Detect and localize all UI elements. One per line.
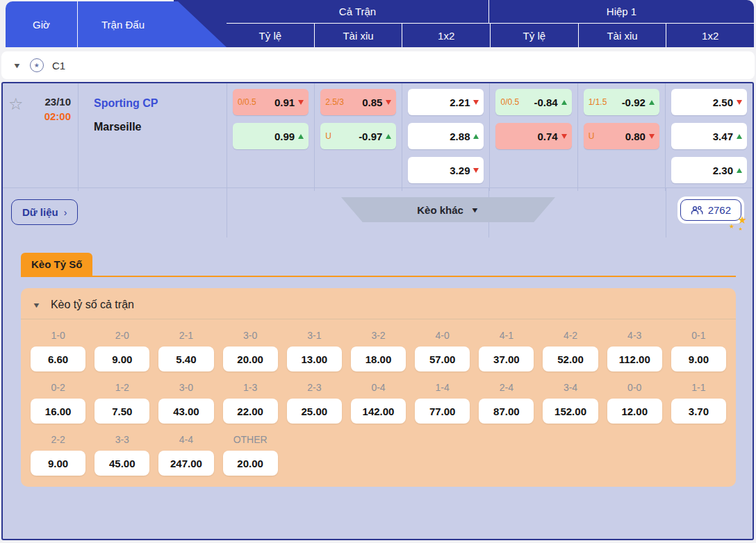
col-header-h1-1x2: 1x2 bbox=[666, 24, 754, 47]
score-label: 3-3 bbox=[94, 434, 149, 445]
h1-1x2-away-odds[interactable]: 2.30 bbox=[671, 157, 747, 183]
h1-handicap-home-odds[interactable]: 0/0.5 -0.84 bbox=[495, 89, 571, 115]
more-odds-button[interactable]: Kèo khác ▼︎ bbox=[341, 197, 555, 222]
chevron-down-icon: ▼︎ bbox=[470, 206, 479, 214]
trend-up-icon bbox=[737, 134, 742, 139]
people-icon bbox=[691, 206, 703, 215]
trend-up-icon bbox=[298, 134, 304, 139]
score-odds-button[interactable]: 45.00 bbox=[94, 451, 149, 476]
score-label: 1-1 bbox=[671, 382, 726, 393]
score-odds-button[interactable]: 12.00 bbox=[607, 399, 662, 424]
score-odds-button[interactable]: 142.00 bbox=[351, 399, 406, 424]
score-label: 3-0 bbox=[223, 330, 278, 341]
data-button[interactable]: Dữ liệu › bbox=[11, 199, 78, 225]
score-odds-button[interactable]: 5.40 bbox=[158, 346, 213, 371]
score-label-row: 0-2 1-2 3-0 1-3 2-3 0-4 1-4 2-4 3-4 0-0 … bbox=[21, 371, 736, 393]
total-line-label: U bbox=[325, 131, 331, 141]
h1-1x2-home-odds[interactable]: 2.50 bbox=[671, 89, 747, 115]
score-label: 2-2 bbox=[31, 434, 85, 445]
handicap-line-label: 0/0.5 bbox=[500, 97, 519, 107]
correct-score-title: Kèo tỷ số cả trận bbox=[51, 299, 134, 311]
odds-value: 2.50 bbox=[676, 97, 737, 108]
trend-down-icon bbox=[649, 134, 655, 139]
score-label: 1-0 bbox=[31, 330, 85, 341]
score-tabs-bar: Kèo Tỷ Số bbox=[21, 253, 736, 277]
trend-down-icon bbox=[473, 100, 479, 105]
league-row[interactable]: ▼︎ ★ C1 bbox=[1, 51, 755, 79]
column-group-first-half: Hiệp 1 bbox=[488, 0, 754, 23]
score-label: 3-2 bbox=[351, 330, 406, 341]
correct-score-panel: ▼︎ Kèo tỷ số cả trận 1-0 2-0 2-1 3-0 3-1… bbox=[21, 288, 736, 487]
score-odds-button[interactable]: 43.00 bbox=[158, 399, 213, 424]
score-label: 1-2 bbox=[94, 382, 149, 393]
match-panel: ☆ 23/10 02:00 Sporting CP Marseille 0/0.… bbox=[1, 82, 754, 540]
sparkle-star-icon: ★ bbox=[729, 223, 734, 230]
total-line-label: 1/1.5 bbox=[589, 97, 607, 107]
match-date: 23/10 bbox=[28, 96, 71, 108]
score-label-row: 1-0 2-0 2-1 3-0 3-1 3-2 4-0 4-1 4-2 4-3 … bbox=[21, 319, 736, 341]
trend-down-icon bbox=[473, 168, 479, 173]
score-odds-button[interactable]: 6.60 bbox=[31, 346, 85, 371]
divider bbox=[666, 188, 666, 237]
ft-under-odds[interactable]: U -0.97 bbox=[320, 123, 396, 149]
score-odds-row: 6.60 9.00 5.40 20.00 13.00 18.00 57.00 3… bbox=[21, 341, 736, 371]
score-odds-button[interactable]: 87.00 bbox=[479, 399, 534, 424]
match-row: ☆ 23/10 02:00 Sporting CP Marseille 0/0.… bbox=[3, 83, 753, 187]
score-odds-button[interactable]: 16.00 bbox=[31, 399, 85, 424]
score-label: 2-3 bbox=[287, 382, 342, 393]
divider bbox=[227, 188, 227, 237]
score-odds-button[interactable]: 9.00 bbox=[31, 451, 85, 476]
away-team-name[interactable]: Marseille bbox=[94, 121, 221, 133]
chevron-down-icon[interactable]: ▼︎ bbox=[13, 61, 22, 69]
score-odds-button[interactable]: 25.00 bbox=[287, 399, 342, 424]
h1-over-odds[interactable]: 1/1.5 -0.92 bbox=[584, 89, 659, 115]
h1-under-odds[interactable]: U 0.80 bbox=[584, 123, 659, 149]
h1-handicap-away-odds[interactable]: 0.74 bbox=[495, 123, 571, 149]
score-label: 1-4 bbox=[415, 382, 470, 393]
score-odds-button[interactable]: 22.00 bbox=[223, 399, 278, 424]
group-label: Cả Trận bbox=[339, 6, 376, 17]
score-odds-button[interactable]: 77.00 bbox=[415, 399, 470, 424]
chevron-down-icon[interactable]: ▼︎ bbox=[32, 301, 41, 309]
score-odds-button[interactable]: 9.00 bbox=[94, 346, 149, 371]
score-odds-button[interactable]: 152.00 bbox=[543, 399, 598, 424]
score-odds-button[interactable]: 247.00 bbox=[158, 451, 213, 476]
score-odds-button[interactable]: 7.50 bbox=[94, 399, 149, 424]
odds-value: 2.30 bbox=[676, 165, 737, 176]
trend-down-icon bbox=[298, 100, 304, 105]
ft-1x2-home-odds[interactable]: 2.21 bbox=[408, 89, 484, 115]
handicap-line-label: 0/0.5 bbox=[238, 97, 256, 107]
score-odds-button[interactable]: 37.00 bbox=[479, 346, 534, 371]
trend-up-icon bbox=[649, 100, 655, 105]
score-odds-button[interactable]: 112.00 bbox=[607, 346, 662, 371]
group-label: Hiệp 1 bbox=[607, 6, 636, 17]
score-odds-button[interactable]: 13.00 bbox=[287, 346, 342, 371]
tab-time[interactable]: Giờ bbox=[6, 1, 78, 47]
score-odds-button[interactable]: 57.00 bbox=[415, 346, 470, 371]
trend-down-icon bbox=[386, 100, 391, 105]
score-odds-button[interactable]: 3.70 bbox=[671, 399, 726, 424]
home-team-name[interactable]: Sporting CP bbox=[94, 97, 221, 110]
score-label: 4-3 bbox=[607, 330, 662, 341]
ft-1x2-draw-odds[interactable]: 2.88 bbox=[408, 123, 484, 149]
trend-down-icon bbox=[737, 100, 742, 105]
h1-1x2-draw-odds[interactable]: 3.47 bbox=[671, 123, 747, 149]
score-odds-button[interactable]: 9.00 bbox=[671, 346, 726, 371]
ft-handicap-home-odds[interactable]: 0/0.5 0.91 bbox=[233, 89, 309, 115]
viewers-badge[interactable]: 2762 ★ ★ ★ bbox=[677, 197, 744, 224]
viewers-count: 2762 bbox=[708, 204, 731, 216]
ft-1x2-away-odds[interactable]: 3.29 bbox=[408, 157, 484, 183]
trend-up-icon bbox=[737, 168, 742, 173]
sparkle-star-icon: ★ bbox=[738, 214, 747, 226]
match-time: 02:00 bbox=[28, 110, 71, 122]
ft-handicap-away-odds[interactable]: 0.99 bbox=[233, 123, 309, 149]
data-button-label: Dữ liệu bbox=[22, 206, 58, 218]
score-odds-button[interactable]: 18.00 bbox=[351, 346, 406, 371]
ft-over-odds[interactable]: 2.5/3 0.85 bbox=[320, 89, 396, 115]
tab-correct-score[interactable]: Kèo Tỷ Số bbox=[21, 253, 92, 276]
score-odds-button[interactable]: 52.00 bbox=[543, 346, 598, 371]
score-odds-button[interactable]: 20.00 bbox=[223, 451, 278, 476]
favorite-star-icon[interactable]: ☆ bbox=[8, 96, 24, 122]
score-odds-button[interactable]: 20.00 bbox=[223, 346, 278, 371]
score-odds-row: 16.00 7.50 43.00 22.00 25.00 142.00 77.0… bbox=[21, 393, 736, 424]
